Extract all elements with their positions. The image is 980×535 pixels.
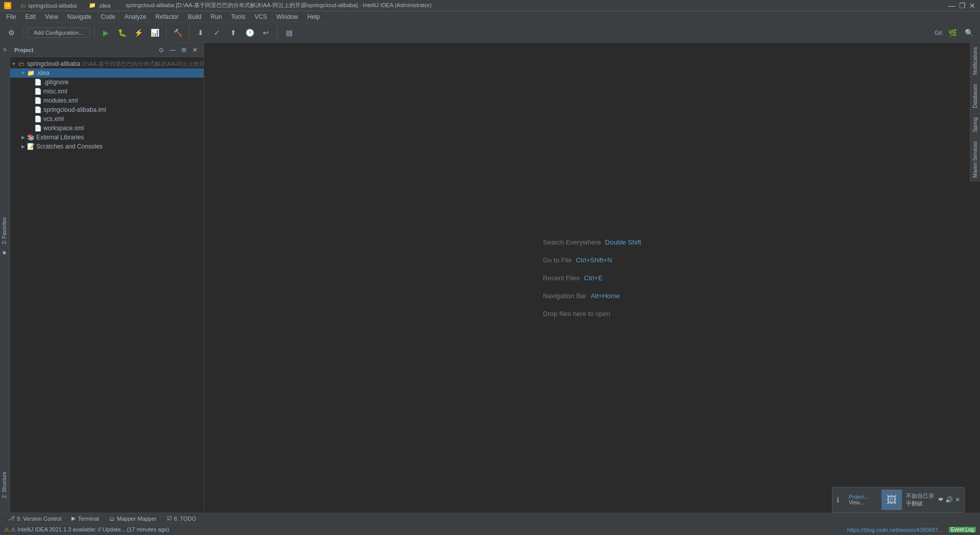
vcs-revert-btn[interactable]: ↩: [259, 26, 273, 40]
status-right: https://blog.csdn.net/weixin/4390697... …: [847, 527, 976, 533]
panel-gear-btn[interactable]: ⚙: [179, 45, 188, 55]
workspace-xml-label: workspace.xml: [43, 125, 84, 132]
vcs-xml-icon: 📄: [34, 115, 42, 123]
notif-info-icon: ℹ: [837, 496, 845, 504]
tree-root[interactable]: ▼ 🗁 springcloud-alibaba D:\AA-基于阿里巴巴的分布式…: [10, 59, 204, 68]
toolbar-settings-btn[interactable]: ⚙: [4, 26, 18, 40]
hint-nav-shortcut: Alt+Home: [591, 292, 620, 300]
right-label-databases[interactable]: Databases: [971, 80, 979, 112]
tree-external-libs[interactable]: ▶ 📚 External Libraries: [10, 133, 204, 142]
debug-btn[interactable]: 🐛: [115, 26, 129, 40]
vcs-update-btn[interactable]: ⬇: [193, 26, 208, 40]
maximize-button[interactable]: ❒: [959, 2, 966, 9]
structure-label[interactable]: 2: Structure: [1, 469, 8, 501]
sidebar-project-icon[interactable]: P: [1, 45, 10, 54]
vcs-commit-btn[interactable]: ✓: [210, 26, 224, 40]
hint-recent-text: Recent Files: [543, 274, 580, 282]
iml-icon: 📄: [34, 106, 42, 114]
hint-drop-files: Drop files here to open: [543, 310, 641, 318]
terminal-label: Terminal: [78, 516, 99, 522]
misc-xml-label: misc.xml: [43, 88, 67, 95]
title-bar: IJ 🗁 springcloud-alibaba 📁 .idea springc…: [0, 0, 980, 11]
tab-mapper[interactable]: 🗂 Mapper Mapper: [105, 515, 161, 523]
minimize-button[interactable]: —: [948, 2, 955, 9]
tree-gitignore[interactable]: 📄 .gitignore: [10, 78, 204, 87]
root-arrow: ▼: [10, 60, 17, 67]
menu-item-window[interactable]: Window: [272, 12, 302, 21]
menu-item-analyze[interactable]: Analyze: [120, 12, 151, 21]
tab-idea[interactable]: 📁 .idea: [84, 1, 115, 10]
tree-modules-xml[interactable]: 📄 modules.xml: [10, 96, 204, 105]
profile-btn[interactable]: 📊: [148, 26, 162, 40]
tree-scratches[interactable]: ▶ 📝 Scratches and Consoles: [10, 142, 204, 151]
favorites-star-icon[interactable]: ★: [2, 247, 7, 258]
bottom-panel: ⎇ 9: Version Control ▶ Terminal 🗂 Mapper…: [0, 513, 980, 524]
notif-heart-btn[interactable]: ❤: [938, 496, 943, 503]
notif-title[interactable]: Project...: [849, 494, 877, 500]
main-area: P Project ⊙ — ⚙ ✕ ▼ 🗁 springcloud-alibab…: [0, 43, 980, 513]
notif-sound-btn[interactable]: 🔊: [945, 496, 953, 503]
panel-collapse-btn[interactable]: —: [168, 45, 177, 55]
menu-item-code[interactable]: Code: [96, 12, 119, 21]
event-log-badge[interactable]: Event Log: [949, 527, 976, 532]
menu-item-navigate[interactable]: Navigate: [63, 12, 95, 21]
git-label: Git:: [935, 30, 943, 36]
menu-item-run[interactable]: Run: [207, 12, 226, 21]
tab-todo[interactable]: ☑ 6: TODO: [163, 514, 201, 523]
project-panel-actions: ⊙ — ⚙ ✕: [157, 45, 200, 55]
vcs-branches-btn[interactable]: 🌿: [945, 26, 960, 40]
notif-close-btn[interactable]: ✕: [955, 496, 960, 503]
menu-item-refactor[interactable]: Refactor: [152, 12, 183, 21]
coverage-btn[interactable]: ⚡: [131, 26, 145, 40]
right-label-spring[interactable]: Spring: [971, 113, 979, 136]
add-configuration-button[interactable]: Add Configuration...: [27, 28, 90, 38]
modules-xml-icon: 📄: [34, 96, 42, 105]
right-label-notifications[interactable]: Notifications: [971, 43, 979, 79]
project-panel: Project ⊙ — ⚙ ✕ ▼ 🗁 springcloud-alibaba …: [10, 43, 204, 513]
menu-item-edit[interactable]: Edit: [21, 12, 40, 21]
menu-item-tools[interactable]: Tools: [227, 12, 250, 21]
tree-idea-folder[interactable]: ▼ 📁 .idea: [10, 68, 204, 78]
toolbar-left: ⚙: [4, 26, 18, 40]
tree-misc-xml[interactable]: 📄 misc.xml: [10, 87, 204, 96]
editor-hints: Search Everywhere Double Shift Go to Fil…: [543, 238, 641, 318]
menu-item-help[interactable]: Help: [303, 12, 324, 21]
menu-item-file[interactable]: File: [2, 12, 20, 21]
vcs-xml-label: vcs.xml: [43, 115, 64, 123]
menu-item-vcs[interactable]: VCS: [251, 12, 272, 21]
hint-goto-text: Go to File: [543, 256, 572, 264]
vc-icon: ⎇: [8, 515, 15, 522]
tree-workspace-xml[interactable]: 📄 workspace.xml: [10, 124, 204, 133]
menu-item-view[interactable]: View: [41, 12, 62, 21]
right-label-maven[interactable]: Maven Services: [971, 137, 979, 182]
panel-scope-btn[interactable]: ⊙: [157, 45, 166, 55]
root-label: springcloud-alibaba D:\AA-基于阿里巴巴的分布式解决\A…: [27, 60, 204, 68]
close-button[interactable]: ✕: [969, 2, 976, 9]
iml-label: springcloud-alibaba.iml: [43, 106, 106, 113]
libs-label: External Libraries: [36, 134, 84, 141]
notif-subtitle[interactable]: View...: [849, 500, 877, 505]
search-everywhere-btn[interactable]: 🔍: [962, 26, 976, 40]
mapper-icon: 🗂: [109, 516, 115, 522]
tab-version-control[interactable]: ⎇ 9: Version Control: [4, 514, 65, 523]
vcs-push-btn[interactable]: ⬆: [226, 26, 240, 40]
status-link[interactable]: https://blog.csdn.net/weixin/4390697...: [847, 527, 943, 533]
run-btn[interactable]: ▶: [99, 26, 113, 40]
tab-project[interactable]: 🗁 springcloud-alibaba: [15, 2, 82, 10]
right-panel-labels: Notifications Databases Spring Maven Ser…: [970, 43, 980, 182]
tree-vcs-xml[interactable]: 📄 vcs.xml: [10, 114, 204, 124]
hint-drop-text: Drop files here to open: [543, 310, 610, 318]
modules-xml-label: modules.xml: [43, 97, 78, 104]
panel-close-btn[interactable]: ✕: [190, 45, 200, 55]
terminal-btn[interactable]: ▤: [282, 26, 296, 40]
build-btn[interactable]: 🔨: [170, 26, 185, 40]
hint-recent-files: Recent Files Ctrl+E: [543, 274, 641, 282]
menu-item-build[interactable]: Build: [184, 12, 206, 21]
tree-iml[interactable]: 📄 springcloud-alibaba.iml: [10, 105, 204, 114]
menu-bar: FileEditViewNavigateCodeAnalyzeRefactorB…: [0, 11, 980, 22]
vcs-history-btn[interactable]: 🕐: [242, 26, 257, 40]
tab-terminal[interactable]: ▶ Terminal: [67, 514, 103, 523]
terminal-icon: ▶: [71, 515, 76, 522]
favorites-label[interactable]: 2: Favorites: [1, 214, 8, 247]
idea-tab-label: .idea: [98, 3, 110, 9]
